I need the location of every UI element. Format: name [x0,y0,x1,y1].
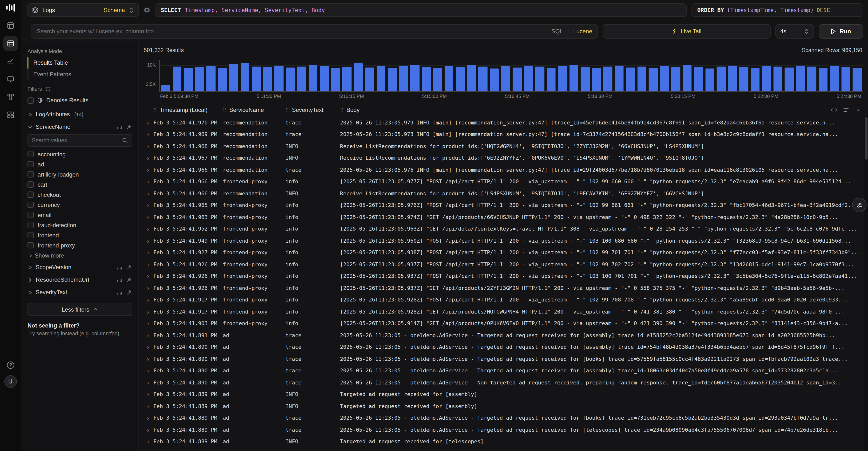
table-row[interactable]: › Feb 3 5:24:41.963 PM frontend-proxy in… [143,211,863,223]
facet-search-box[interactable] [28,134,132,147]
checkbox[interactable] [28,202,34,208]
drag-handle-icon[interactable]: ⠿ [223,107,226,113]
histogram-bar[interactable] [308,65,317,91]
facet-value-row[interactable]: email [28,210,132,220]
checkbox[interactable] [28,97,34,103]
histogram-bar[interactable] [841,67,850,91]
event-search-box[interactable]: SQL | Lucene [31,24,598,38]
histogram-bar[interactable] [377,66,385,91]
show-more-link[interactable]: Show more [28,250,132,261]
histogram-bar[interactable] [581,67,590,91]
order-by-box[interactable]: ORDER BY (TimestampTime, Timestamp) DESC [691,3,863,17]
table-row[interactable]: › Feb 3 5:24:41.926 PM frontend-proxy in… [143,259,863,270]
histogram-bar[interactable] [173,66,181,91]
table-row[interactable]: › Feb 3 5:24:41.965 PM frontend-proxy in… [143,200,863,211]
histogram-bar[interactable] [592,68,601,91]
histogram-bar[interactable] [240,63,249,91]
lang-sql-option[interactable]: SQL [551,28,563,34]
histogram-bar[interactable] [320,66,329,91]
rail-service-map-icon[interactable] [3,90,18,104]
histogram-bar[interactable] [819,68,828,91]
table-row[interactable]: › Feb 3 5:24:41.889 PM ad INFO Targeted … [143,448,863,451]
table-row[interactable]: › Feb 3 5:24:41.889 PM ad INFO Targeted … [143,389,863,400]
filter-group-resourceschemaurl[interactable]: ResourceSchemaUrl [28,273,132,286]
row-expand-chevron[interactable]: › [143,332,153,339]
histogram-bar[interactable] [785,68,794,91]
row-expand-chevron[interactable]: › [143,426,153,433]
pin-icon[interactable] [126,277,132,282]
table-row[interactable]: › Feb 3 5:24:41.891 PM ad trace 2025-05-… [143,329,863,341]
bar-chart-icon[interactable] [117,265,122,270]
histogram-bar[interactable] [740,67,748,91]
bar-chart-icon[interactable] [117,124,122,129]
histogram-bar[interactable] [694,67,703,91]
checkbox[interactable] [28,222,34,228]
rail-grid-icon[interactable] [3,108,18,122]
table-row[interactable]: › Feb 3 5:24:41.890 PM ad trace 2025-05-… [143,365,863,377]
table-row[interactable]: › Feb 3 5:24:41.966 PM frontend-proxy in… [143,176,863,188]
facet-value-row[interactable]: frontend [28,230,132,240]
histogram-bar[interactable] [297,66,306,91]
histogram-bar[interactable] [774,66,782,91]
histogram-bar[interactable] [229,63,238,91]
facet-value-row[interactable]: checkout [28,189,132,200]
row-expand-chevron[interactable]: › [143,403,153,410]
table-row[interactable]: › Feb 3 5:24:41.890 PM ad trace 2025-05-… [143,353,863,365]
table-row[interactable]: › Feb 3 5:24:41.917 PM frontend-proxy in… [143,306,863,318]
row-expand-chevron[interactable]: › [143,367,153,374]
histogram-bar[interactable] [830,66,839,91]
table-row[interactable]: › Feb 3 5:24:41.926 PM frontend-proxy in… [143,270,863,282]
row-expand-chevron[interactable]: › [143,249,153,257]
histogram-bar[interactable] [524,66,533,91]
histogram-bar[interactable] [399,66,408,91]
histogram-bar[interactable] [535,67,544,91]
filter-group-scopeversion[interactable]: ScopeVersion [28,261,132,273]
column-header-timestamp[interactable]: ⠿ Timestamp (Local) [153,107,223,113]
table-row[interactable]: › Feb 3 5:24:41.917 PM frontend-proxy in… [143,294,863,306]
denoise-results-toggle[interactable]: Denoise Results [28,95,132,108]
code-icon[interactable] [831,107,837,113]
histogram-bar[interactable] [751,68,760,91]
histogram-bar[interactable] [717,66,726,91]
row-expand-chevron[interactable]: › [143,450,153,451]
checkbox[interactable] [28,181,34,188]
rail-monitor-icon[interactable] [3,72,18,86]
pin-icon[interactable] [126,124,132,129]
histogram-bar[interactable] [569,65,578,91]
scrollbar-thumb[interactable] [865,117,868,160]
histogram-bar[interactable] [603,66,612,91]
query-language-toggle[interactable]: SQL | Lucene [551,28,592,34]
facet-value-row[interactable]: currency [28,200,132,210]
table-row[interactable]: › Feb 3 5:24:41.889 PM ad INFO Targeted … [143,436,863,448]
histogram-bar[interactable] [274,66,283,91]
facet-value-row[interactable]: fraud-detection [28,220,132,230]
lang-lucene-option[interactable]: Lucene [573,28,592,34]
tab-results-table[interactable]: Results Table [28,57,132,68]
histogram-bar[interactable] [195,67,204,91]
column-header-servicename[interactable]: ⠿ ServiceName [223,107,285,113]
less-filters-button[interactable]: Less filters [28,303,132,316]
row-expand-chevron[interactable]: › [143,261,153,268]
filter-group-logattributes[interactable]: LogAttributes {14} [28,108,132,121]
histogram-bar[interactable] [637,66,646,91]
table-row[interactable]: › Feb 3 5:24:41.889 PM ad trace 2025-05-… [143,412,863,424]
facet-value-row[interactable]: artillery-loadgen [28,169,132,179]
histogram-bar[interactable] [252,66,261,91]
histogram-bar[interactable] [184,68,193,91]
histogram-bar[interactable] [207,66,215,91]
refresh-icon[interactable] [45,86,51,91]
table-row[interactable]: › Feb 3 5:24:41.949 PM frontend-proxy in… [143,235,863,247]
column-header-severitytext[interactable]: ⠿ SeverityText [285,107,340,113]
checkbox[interactable] [28,242,34,248]
histogram-bar[interactable] [807,67,816,91]
row-expand-chevron[interactable]: › [143,391,153,398]
histogram-bar[interactable] [728,65,737,91]
user-avatar[interactable]: U [4,375,17,388]
tab-event-patterns[interactable]: Event Patterns [28,68,132,80]
row-expand-chevron[interactable]: › [143,296,153,304]
checkbox[interactable] [28,161,34,168]
table-row[interactable]: › Feb 3 5:24:41.969 PM recommendation tr… [143,128,863,140]
facet-search-input[interactable] [32,138,119,143]
table-row[interactable]: › Feb 3 5:24:41.890 PM ad trace 2025-05-… [143,377,863,389]
histogram-bar[interactable] [365,67,374,91]
